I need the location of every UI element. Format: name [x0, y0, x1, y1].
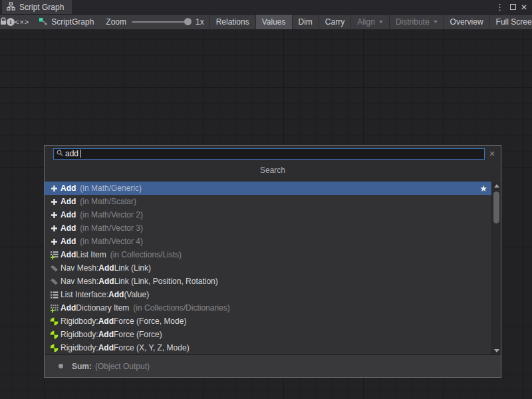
result-row[interactable]: Rigidbody: Add Force (Force, Mode): [45, 315, 491, 328]
lock-icon: [0, 17, 7, 27]
result-match: Add: [61, 303, 76, 313]
plus-icon: [49, 238, 59, 245]
scroll-up-icon[interactable]: [492, 182, 501, 190]
toolbar-button-values[interactable]: Values: [255, 15, 292, 29]
graph-breadcrumb[interactable]: ScriptGraph: [29, 15, 100, 29]
toolbar-button-full-screen[interactable]: Full Screen: [489, 15, 532, 29]
result-row[interactable]: Rigidbody: Add Force (X, Y, Z, Mode): [45, 341, 491, 354]
result-match: Add: [98, 343, 114, 352]
clear-search-icon[interactable]: ✕: [487, 150, 497, 158]
result-prefix: Rigidbody:: [61, 330, 98, 339]
result-row[interactable]: Add(in Math/Vector 3): [45, 221, 491, 235]
result-row[interactable]: Add(in Math/Vector 4): [45, 235, 491, 248]
result-row[interactable]: Add List Item(in Collections/Lists): [45, 248, 491, 261]
result-match: Add: [61, 197, 76, 206]
result-match: Add: [98, 263, 114, 273]
result-category: (in Math/Generic): [80, 184, 142, 193]
toolbar-button-relations[interactable]: Relations: [209, 15, 255, 29]
window-maximize-icon[interactable]: [510, 4, 516, 10]
toolbar-button-label: Full Screen: [496, 17, 532, 27]
zoom-value: 1x: [196, 17, 204, 27]
result-suffix: List Item: [76, 250, 106, 259]
rigidbody-icon: [49, 317, 59, 326]
result-row[interactable]: Nav Mesh: Add Link (Link, Position, Rota…: [45, 275, 491, 288]
lock-button[interactable]: [0, 15, 7, 29]
toolbar-buttons: RelationsValuesDimCarryAlignDistributeOv…: [209, 15, 532, 29]
result-suffix: Force (Force): [114, 330, 162, 339]
search-icon: [57, 149, 63, 158]
plus-icon: [49, 211, 59, 219]
result-match: Add: [98, 317, 114, 326]
chevron-down-icon: [379, 21, 383, 23]
results-scrollbar[interactable]: [491, 182, 501, 354]
info-button[interactable]: i: [7, 15, 15, 29]
plus-icon: [49, 198, 59, 205]
toolbar-button-carry[interactable]: Carry: [319, 15, 350, 29]
chevron-down-icon: [434, 21, 438, 23]
result-match: Add: [98, 277, 114, 286]
nav-mesh-icon: [49, 264, 59, 273]
graph-toolbar: i <×> ScriptGraph Zoom 1x RelationsValue…: [0, 14, 532, 29]
result-match: Add: [61, 210, 76, 219]
result-match: Add: [61, 223, 76, 233]
add-list-icon: [49, 251, 59, 259]
result-prefix: List Interface:: [61, 290, 108, 299]
titlebar: Script Graph ⋮ ✕: [0, 0, 532, 14]
code-icon: <×>: [15, 18, 29, 26]
result-match: Add: [108, 290, 124, 299]
result-row[interactable]: Rigidbody: Add Force (Force): [45, 328, 491, 341]
result-row[interactable]: Add Dictionary Item(in Collections/Dicti…: [45, 301, 491, 315]
toolbar-button-label: Carry: [325, 17, 344, 27]
toolbar-button-overview[interactable]: Overview: [444, 15, 489, 29]
toolbar-button-distribute[interactable]: Distribute: [389, 15, 444, 29]
favorite-star-icon[interactable]: ★: [479, 184, 487, 193]
rigidbody-icon: [49, 331, 59, 339]
list-icon: [49, 291, 59, 299]
summary-title: Sum:: [72, 362, 92, 371]
nav-mesh-icon: [49, 277, 59, 286]
search-query-text: add: [65, 149, 78, 158]
graph-breadcrumb-label: ScriptGraph: [51, 17, 94, 27]
tab-title: Script Graph: [19, 3, 64, 12]
scroll-down-icon[interactable]: [492, 346, 501, 354]
port-dot-icon: [59, 364, 63, 368]
result-suffix: Dictionary Item: [76, 303, 129, 313]
result-row[interactable]: Add(in Math/Generic)★: [45, 182, 491, 195]
result-category: (in Math/Vector 3): [80, 223, 143, 233]
search-results-list: Add(in Math/Generic)★Add(in Math/Scalar)…: [45, 182, 501, 354]
scrollbar-thumb[interactable]: [493, 192, 499, 223]
toolbar-button-label: Relations: [216, 17, 249, 27]
window-close-icon[interactable]: ✕: [521, 3, 527, 11]
result-row[interactable]: List Interface: Add (Value): [45, 288, 491, 301]
toolbar-button-align[interactable]: Align: [350, 15, 389, 29]
search-row: add ✕: [45, 146, 501, 162]
fuzzy-finder-popup: add ✕ Search Add(in Math/Generic)★Add(in…: [44, 145, 501, 378]
toolbar-button-label: Values: [262, 17, 286, 27]
code-preview-button[interactable]: <×>: [15, 15, 29, 29]
result-row[interactable]: Add(in Math/Vector 2): [45, 208, 491, 221]
info-icon: i: [7, 18, 15, 26]
result-row[interactable]: Add(in Math/Scalar): [45, 195, 491, 208]
script-graph-node-icon: [39, 17, 47, 27]
zoom-slider-handle[interactable]: [184, 18, 192, 25]
zoom-control: Zoom 1x: [100, 15, 209, 29]
result-match: Add: [61, 250, 76, 259]
zoom-slider[interactable]: [132, 21, 190, 23]
search-results-header: Search: [45, 162, 501, 182]
result-prefix: Rigidbody:: [61, 343, 98, 352]
toolbar-button-label: Distribute: [396, 17, 430, 27]
result-category: (in Math/Vector 4): [80, 237, 143, 246]
search-results-rows: Add(in Math/Generic)★Add(in Math/Scalar)…: [45, 182, 491, 354]
search-input[interactable]: add: [53, 148, 485, 160]
result-category: (in Collections/Dictionaries): [133, 303, 229, 313]
toolbar-button-dim[interactable]: Dim: [292, 15, 319, 29]
result-row[interactable]: Nav Mesh: Add Link (Link): [45, 261, 491, 275]
result-category: (in Math/Scalar): [80, 197, 136, 206]
result-suffix: Link (Link, Position, Rotation): [114, 277, 218, 286]
selected-item-summary: Sum: (Object Output): [45, 354, 501, 377]
text-cursor: [80, 150, 81, 158]
window-menu-icon[interactable]: ⋮: [494, 3, 505, 11]
tab-script-graph[interactable]: Script Graph: [2, 0, 72, 14]
result-match: Add: [98, 330, 114, 339]
result-suffix: Link (Link): [114, 263, 151, 273]
